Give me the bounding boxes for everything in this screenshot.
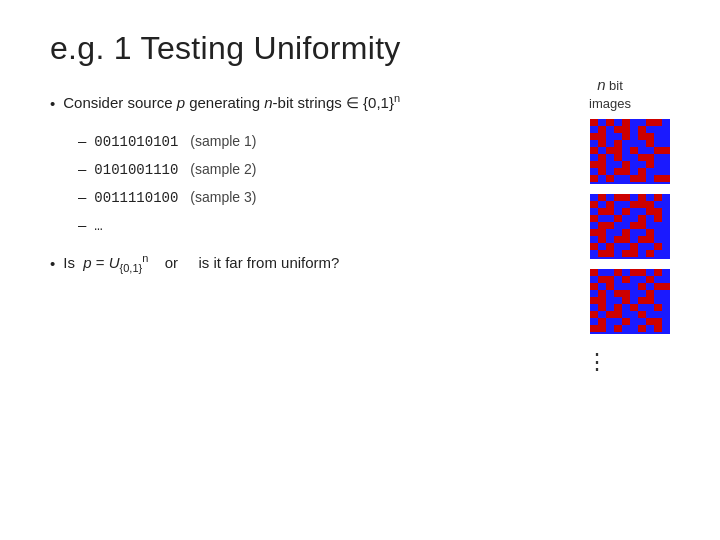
dash-1: – <box>78 127 86 154</box>
svg-rect-57 <box>606 243 614 250</box>
n-sup-1: n <box>394 92 400 104</box>
svg-rect-49 <box>630 222 646 229</box>
svg-rect-78 <box>590 297 606 304</box>
svg-rect-20 <box>638 154 654 161</box>
svg-rect-16 <box>630 147 638 154</box>
svg-rect-10 <box>638 133 654 140</box>
svg-rect-71 <box>590 283 598 290</box>
svg-rect-27 <box>590 175 598 182</box>
u-var: U <box>109 254 120 271</box>
svg-rect-66 <box>630 269 646 276</box>
sub-bullet-3: – 0011110100 (sample 3) <box>78 183 540 211</box>
svg-rect-85 <box>590 311 598 318</box>
svg-rect-56 <box>590 243 598 250</box>
bullet-1-text: Consider source p generating n-bit strin… <box>63 89 400 116</box>
or-text: or <box>165 254 178 271</box>
svg-rect-6 <box>614 126 630 133</box>
svg-rect-37 <box>606 201 614 208</box>
svg-rect-12 <box>614 140 622 147</box>
svg-rect-67 <box>654 269 662 276</box>
dash-3: – <box>78 183 86 210</box>
svg-rect-1 <box>590 119 598 126</box>
svg-rect-87 <box>638 311 646 318</box>
svg-rect-54 <box>614 236 630 243</box>
sub-bullet-2: – 0101001110 (sample 2) <box>78 155 540 183</box>
code-4: … <box>94 214 102 239</box>
svg-rect-13 <box>646 140 654 147</box>
svg-rect-79 <box>622 297 630 304</box>
svg-rect-58 <box>630 243 638 250</box>
svg-rect-73 <box>638 283 646 290</box>
code-2: 0101001110 <box>94 158 178 183</box>
noise-image-2 <box>590 194 670 259</box>
svg-rect-68 <box>598 276 614 283</box>
svg-rect-34 <box>638 194 646 201</box>
svg-rect-52 <box>646 229 654 236</box>
svg-rect-94 <box>654 325 662 332</box>
svg-rect-17 <box>654 147 670 154</box>
svg-rect-88 <box>598 318 606 325</box>
svg-rect-2 <box>606 119 614 126</box>
text-area: • Consider source p generating n-bit str… <box>50 89 540 344</box>
svg-rect-62 <box>646 250 654 257</box>
svg-rect-82 <box>614 304 622 311</box>
svg-rect-70 <box>646 276 654 283</box>
svg-rect-91 <box>590 325 606 332</box>
bullet-2-text: Is p = U{0,1}n or is it far from uniform… <box>63 249 339 278</box>
svg-rect-53 <box>598 236 606 243</box>
code-3: 0011110100 <box>94 186 178 211</box>
svg-rect-35 <box>654 194 662 201</box>
sub-bullets: – 0011010101 (sample 1) – 0101001110 (sa… <box>78 127 540 240</box>
svg-rect-3 <box>622 119 630 126</box>
svg-rect-29 <box>630 175 646 182</box>
svg-rect-14 <box>590 147 598 154</box>
bullet-1: • Consider source p generating n-bit str… <box>50 89 540 117</box>
svg-rect-4 <box>646 119 662 126</box>
svg-rect-22 <box>622 161 630 168</box>
label-3: (sample 3) <box>190 185 256 210</box>
svg-rect-59 <box>654 243 662 250</box>
vertical-dots: ⋮ <box>586 349 610 375</box>
svg-rect-40 <box>598 208 614 215</box>
noise-image-3 <box>590 269 670 334</box>
noise-image-1 <box>590 119 670 184</box>
svg-rect-44 <box>614 215 622 222</box>
svg-rect-8 <box>590 133 606 140</box>
svg-rect-21 <box>590 161 606 168</box>
svg-rect-77 <box>646 290 654 297</box>
svg-rect-26 <box>638 168 646 175</box>
n-sup-2: n <box>142 252 148 264</box>
svg-rect-74 <box>654 283 670 290</box>
code-1: 0011010101 <box>94 130 178 155</box>
svg-rect-90 <box>646 318 662 325</box>
svg-rect-23 <box>646 161 654 168</box>
svg-rect-80 <box>638 297 654 304</box>
svg-rect-39 <box>646 201 654 208</box>
dash-4: – <box>78 211 86 238</box>
label-1: (sample 1) <box>190 129 256 154</box>
bullet-dot-1: • <box>50 91 55 117</box>
svg-rect-15 <box>606 147 622 154</box>
n-var: n <box>264 94 272 111</box>
slide-title: e.g. 1 Testing Uniformity <box>50 30 670 67</box>
svg-rect-36 <box>590 201 598 208</box>
svg-rect-41 <box>622 208 630 215</box>
sub-bullet-1: – 0011010101 (sample 1) <box>78 127 540 155</box>
svg-rect-69 <box>622 276 630 283</box>
svg-rect-28 <box>606 175 614 182</box>
svg-rect-9 <box>622 133 630 140</box>
svg-rect-64 <box>590 269 598 276</box>
svg-rect-89 <box>622 318 630 325</box>
svg-rect-65 <box>614 269 622 276</box>
svg-rect-75 <box>598 290 606 297</box>
svg-rect-86 <box>606 311 622 318</box>
svg-rect-47 <box>598 222 606 229</box>
svg-rect-38 <box>630 201 646 208</box>
svg-rect-33 <box>614 194 630 201</box>
svg-rect-45 <box>638 215 646 222</box>
svg-rect-60 <box>598 250 614 257</box>
svg-rect-83 <box>630 304 638 311</box>
svg-rect-25 <box>614 168 630 175</box>
svg-rect-48 <box>606 222 614 229</box>
p-var-2: p <box>83 254 91 271</box>
